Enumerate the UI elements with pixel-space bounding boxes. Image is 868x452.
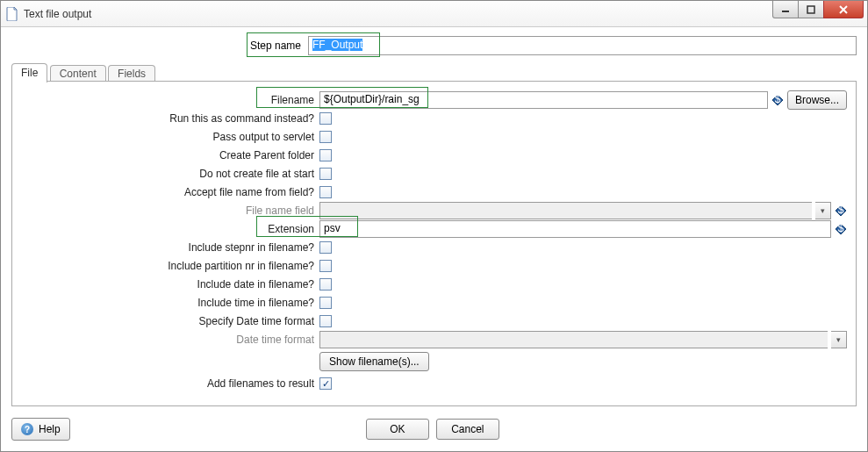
include-date-checkbox[interactable] <box>319 278 332 291</box>
window-title: Text file output <box>24 8 91 20</box>
no-create-start-checkbox[interactable] <box>319 168 332 180</box>
run-as-command-row: Run this as command instead? <box>21 109 847 128</box>
title-bar: Text file output <box>1 1 867 27</box>
variable-icon[interactable]: $ <box>771 94 784 106</box>
file-name-field-row: File name field ▾ $ <box>21 201 847 220</box>
include-partition-checkbox[interactable] <box>319 260 332 272</box>
dt-format-row: Date time format ▾ <box>21 330 847 349</box>
include-date-row: Include date in filename? <box>21 275 847 294</box>
specify-dt-format-row: Specify Date time format <box>21 312 847 331</box>
show-filenames-button[interactable]: Show filename(s)... <box>319 352 429 371</box>
cancel-button[interactable]: Cancel <box>436 419 499 440</box>
track-filenames-row: Add filenames to result <box>21 374 847 393</box>
filename-input[interactable]: ${OutputDir}/rain_sg <box>319 91 768 109</box>
step-name-label: Step name <box>11 39 308 52</box>
specify-dt-format-checkbox[interactable] <box>319 315 332 327</box>
svg-text:$: $ <box>838 223 844 234</box>
svg-rect-0 <box>782 11 789 12</box>
document-icon <box>6 7 18 21</box>
maximize-button[interactable] <box>798 1 824 18</box>
step-name-input[interactable]: FF_Output <box>308 36 857 55</box>
bottom-bar: ? Help OK Cancel <box>11 418 857 441</box>
close-button[interactable] <box>823 1 864 18</box>
track-filenames-checkbox[interactable] <box>319 377 332 390</box>
file-name-field-dropdown-icon: ▾ <box>815 202 831 219</box>
minimize-button[interactable] <box>772 1 799 18</box>
variable-icon[interactable]: $ <box>835 223 847 235</box>
help-icon: ? <box>21 423 33 435</box>
dt-format-select <box>319 331 828 348</box>
ok-button[interactable]: OK <box>366 419 429 440</box>
svg-rect-1 <box>807 6 814 13</box>
filename-label: Filename <box>21 94 319 106</box>
extension-input[interactable]: psv <box>319 220 831 238</box>
show-filenames-row: Show filename(s)... <box>21 348 847 375</box>
browse-button[interactable]: Browse... <box>787 90 847 110</box>
include-time-checkbox[interactable] <box>319 297 332 309</box>
tab-bar: File Content Fields <box>11 62 857 82</box>
accept-from-field-row: Accept file name from field? <box>21 183 847 202</box>
help-button[interactable]: ? Help <box>11 418 70 441</box>
include-stepnr-checkbox[interactable] <box>319 241 332 254</box>
tab-file[interactable]: File <box>11 63 47 83</box>
include-partition-row: Include partition nr in filename? <box>21 256 847 276</box>
tab-fields[interactable]: Fields <box>108 65 155 83</box>
create-parent-checkbox[interactable] <box>319 149 332 161</box>
include-stepnr-row: Include stepnr in filename? <box>21 238 847 257</box>
variable-icon[interactable]: $ <box>835 204 847 217</box>
pass-to-servlet-checkbox[interactable] <box>319 131 332 143</box>
step-name-row: Step name FF_Output <box>11 36 857 55</box>
svg-text:$: $ <box>838 204 844 216</box>
file-name-field-select <box>319 202 812 219</box>
extension-row: Extension psv $ <box>21 219 847 239</box>
pass-to-servlet-row: Pass output to servlet <box>21 127 847 147</box>
window-controls <box>773 1 864 18</box>
no-create-start-row: Do not create file at start <box>21 164 847 183</box>
step-name-value: FF_Output <box>312 39 362 51</box>
filename-row: Filename ${OutputDir}/rain_sg $ Browse..… <box>21 90 847 110</box>
svg-text:$: $ <box>775 94 781 105</box>
include-time-row: Include time in filename? <box>21 293 847 312</box>
tab-content[interactable]: Content <box>50 65 106 83</box>
dt-format-dropdown-icon: ▾ <box>831 331 847 348</box>
accept-from-field-checkbox[interactable] <box>319 186 332 198</box>
file-tab-panel: Filename ${OutputDir}/rain_sg $ Browse..… <box>11 82 857 406</box>
create-parent-row: Create Parent folder <box>21 146 847 165</box>
run-as-command-checkbox[interactable] <box>319 112 332 125</box>
